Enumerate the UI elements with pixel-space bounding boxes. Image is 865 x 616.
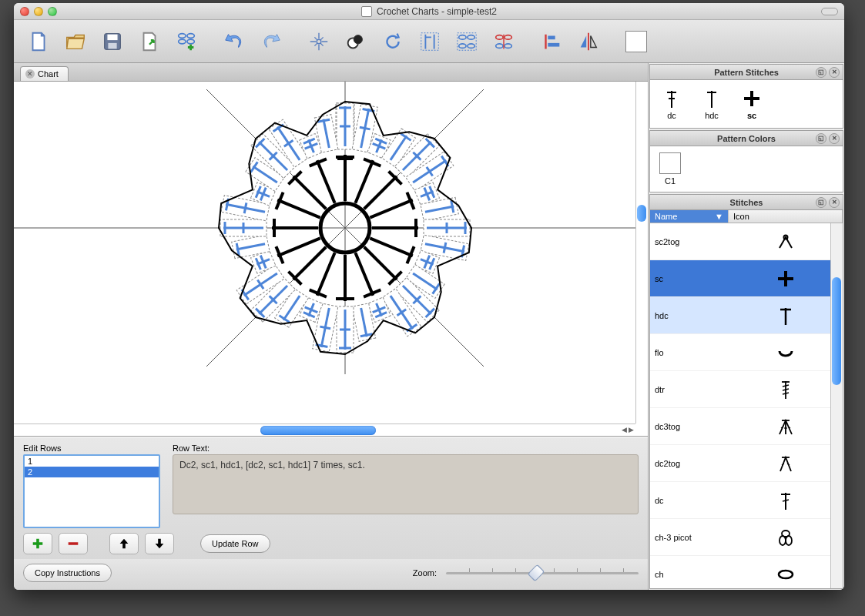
stitch-icon [729,453,843,474]
svg-line-31 [355,160,373,203]
panel-undock-button[interactable]: ◱ [816,133,826,144]
panel-close-button[interactable]: ✕ [829,197,840,208]
svg-point-4 [187,33,194,38]
svg-line-41 [364,247,397,280]
panel-title: Pattern Stitches [714,68,779,77]
svg-line-212 [783,500,789,501]
row-editor: Edit Rows 1 2 Row Text: Dc2, sc1, hdc1, … [14,437,648,559]
stitch-item[interactable]: dc [650,482,843,519]
export-button[interactable] [134,26,165,57]
svg-point-6 [187,39,194,44]
stitch-item[interactable]: ch [650,556,843,588]
color-swatch-button[interactable] [621,26,652,57]
panel-undock-button[interactable]: ◱ [816,67,826,78]
row-item[interactable]: 2 [25,467,159,477]
zoom-slider[interactable] [446,567,639,579]
stitches-col-icon[interactable]: Icon [729,210,843,223]
stitch-item[interactable]: dc2tog [650,445,843,482]
stitch-icon [729,527,843,548]
align-tool-button[interactable] [536,26,567,57]
row-text-box[interactable]: Dc2, sc1, hdc1, [dc2, sc1, hdc1] 7 times… [173,454,639,514]
svg-point-7 [317,39,321,44]
app-window: Crochet Charts - simple-test2 [14,3,844,590]
stitch-icon [729,231,843,253]
svg-line-39 [370,238,412,256]
stitches-vertical-scrollbar[interactable] [830,223,843,588]
stitch-icon [729,379,843,400]
close-tab-icon[interactable]: ✕ [25,69,35,79]
undo-button[interactable] [219,26,250,57]
svg-rect-1 [107,34,117,40]
svg-line-49 [293,247,326,280]
add-row-button[interactable] [23,533,52,554]
pattern-color-c1[interactable]: C1 [655,151,686,187]
panel-close-button[interactable]: ✕ [829,133,840,144]
svg-point-13 [459,43,466,48]
stitch-name: dtr [650,385,729,394]
panel-close-button[interactable]: ✕ [829,67,840,78]
color-tool-button[interactable] [340,26,371,57]
svg-point-14 [468,43,474,48]
toolbar [14,20,844,63]
stitch-icon [729,564,843,585]
stitches-list[interactable]: sc2togschdcflodtrdc3togdc2togdcch-3 pico… [650,223,843,588]
svg-point-11 [459,35,466,39]
mirror-tool-button[interactable] [573,26,604,57]
stitch-item[interactable]: sc2tog [650,223,843,260]
svg-rect-10 [421,32,439,50]
stitches-col-name[interactable]: Name▼ [650,210,729,223]
panel-undock-button[interactable]: ◱ [816,197,826,208]
stitch-item[interactable]: dtr [650,371,843,408]
redo-button[interactable] [256,26,287,57]
stitch-item[interactable]: ch-3 picot [650,519,843,556]
row-item[interactable]: 1 [25,456,159,467]
canvas-vertical-scrollbar[interactable] [635,82,648,424]
pattern-stitch-hdc[interactable]: hdc [701,88,723,120]
chart-canvas[interactable]: ◀▶ [14,82,648,437]
open-document-button[interactable] [60,26,91,57]
rotate-tool-button[interactable] [377,26,408,57]
svg-line-208 [782,464,784,465]
svg-line-59 [317,160,335,203]
pattern-stitch-sc[interactable]: sc [741,88,763,120]
color-swatch-icon [659,152,681,174]
svg-line-47 [317,253,335,295]
stitch-item[interactable]: sc [650,260,843,297]
move-row-down-button[interactable] [145,533,174,554]
remove-row-button[interactable] [59,533,88,554]
stitches-panel: Stitches ◱ ✕ Name▼ Icon sc2togschdcflodt… [649,194,843,589]
tab-label: Chart [38,69,59,79]
stitch-item[interactable]: flo [650,334,843,371]
new-document-button[interactable] [23,26,54,57]
stitch-item[interactable]: dc3tog [650,408,843,445]
selection-tool-button[interactable] [303,26,334,57]
stitch-icon [729,305,843,326]
stitch-item[interactable]: hdc [650,297,843,334]
svg-rect-2 [108,42,116,49]
svg-line-209 [787,464,790,465]
pattern-stitch-dc[interactable]: dc [661,88,682,120]
panel-title: Stitches [730,198,763,207]
grid-red-tool-button[interactable] [488,26,519,57]
copy-instructions-button[interactable]: Copy Instructions [23,564,112,582]
grid-tool-button[interactable] [451,26,482,57]
minimize-window-button[interactable] [34,7,43,16]
stitch-name: sc [650,274,729,283]
move-row-up-button[interactable] [109,533,139,554]
canvas-horizontal-scrollbar[interactable]: ◀▶ [14,424,635,436]
svg-point-3 [179,33,186,38]
tab-chart[interactable]: ✕ Chart [20,66,69,81]
zoom-window-button[interactable] [48,7,57,16]
stitch-name: flo [650,348,729,357]
svg-line-33 [364,176,397,209]
stitch-count-tool-button[interactable] [414,26,445,57]
close-window-button[interactable] [20,7,29,16]
rows-listbox[interactable]: 1 2 [23,454,160,528]
save-button[interactable] [97,26,128,57]
toolbar-toggle-button[interactable] [821,8,838,15]
svg-line-57 [293,176,326,209]
add-rows-button[interactable] [171,26,202,57]
svg-point-12 [468,35,474,39]
stitches-header-row: Name▼ Icon [650,210,843,223]
update-row-button[interactable]: Update Row [200,534,270,553]
